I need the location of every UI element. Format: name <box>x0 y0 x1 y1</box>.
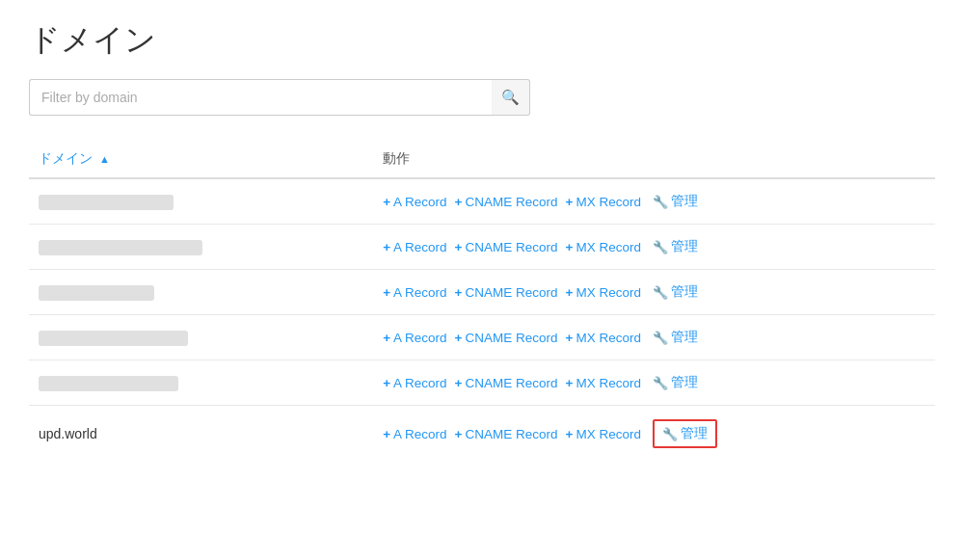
add-cname-record-link[interactable]: + CNAME Record <box>455 331 558 345</box>
plus-icon: + <box>455 195 463 209</box>
column-header-actions: 動作 <box>373 143 935 178</box>
add-mx-record-link[interactable]: + MX Record <box>566 195 641 209</box>
table-row: + A Record+ CNAME Record+ MX Record🔧 管理 <box>29 360 935 406</box>
plus-icon: + <box>566 240 574 254</box>
plus-icon: + <box>566 376 574 390</box>
manage-button[interactable]: 🔧 管理 <box>653 283 698 301</box>
table-row: + A Record+ CNAME Record+ MX Record🔧 管理 <box>29 270 935 315</box>
add-a-record-link[interactable]: + A Record <box>383 285 446 300</box>
add-mx-record-link[interactable]: + MX Record <box>566 427 641 441</box>
add-cname-record-link[interactable]: + CNAME Record <box>455 240 558 254</box>
page-title: ドメイン <box>29 19 935 62</box>
add-a-record-link[interactable]: + A Record <box>383 427 446 441</box>
add-cname-record-link[interactable]: + CNAME Record <box>455 427 558 441</box>
wrench-icon: 🔧 <box>653 240 668 254</box>
wrench-icon: 🔧 <box>662 427 678 441</box>
domain-cell <box>29 225 373 270</box>
add-a-record-link[interactable]: + A Record <box>383 331 446 345</box>
plus-icon: + <box>383 331 390 345</box>
search-bar: 🔍 <box>29 79 935 116</box>
search-button[interactable]: 🔍 <box>492 79 530 116</box>
actions-cell: + A Record+ CNAME Record+ MX Record🔧 管理 <box>373 270 935 315</box>
plus-icon: + <box>383 376 390 390</box>
domain-cell: upd.world <box>29 406 373 463</box>
sort-asc-icon: ▲ <box>99 153 110 165</box>
table-row: upd.world+ A Record+ CNAME Record+ MX Re… <box>29 406 935 463</box>
domain-cell <box>29 315 373 360</box>
plus-icon: + <box>455 331 463 345</box>
add-a-record-link[interactable]: + A Record <box>383 195 446 209</box>
add-mx-record-link[interactable]: + MX Record <box>566 240 641 254</box>
table-row: + A Record+ CNAME Record+ MX Record🔧 管理 <box>29 178 935 225</box>
manage-button[interactable]: 🔧 管理 <box>653 419 717 448</box>
manage-button[interactable]: 🔧 管理 <box>653 329 698 346</box>
add-cname-record-link[interactable]: + CNAME Record <box>455 376 558 390</box>
domain-placeholder <box>39 331 188 346</box>
wrench-icon: 🔧 <box>653 285 668 300</box>
plus-icon: + <box>455 285 463 300</box>
domain-name: upd.world <box>39 426 97 441</box>
plus-icon: + <box>566 285 574 300</box>
plus-icon: + <box>455 240 463 254</box>
add-mx-record-link[interactable]: + MX Record <box>566 285 641 300</box>
add-mx-record-link[interactable]: + MX Record <box>566 376 641 390</box>
plus-icon: + <box>383 240 390 254</box>
domain-placeholder <box>39 195 174 210</box>
wrench-icon: 🔧 <box>653 331 668 345</box>
plus-icon: + <box>455 376 463 390</box>
search-icon: 🔍 <box>501 89 520 106</box>
actions-cell: + A Record+ CNAME Record+ MX Record🔧 管理 <box>373 225 935 270</box>
plus-icon: + <box>566 427 574 441</box>
table-row: + A Record+ CNAME Record+ MX Record🔧 管理 <box>29 315 935 360</box>
domain-cell <box>29 178 373 225</box>
plus-icon: + <box>566 195 574 209</box>
column-header-domain[interactable]: ドメイン ▲ <box>29 143 373 178</box>
domain-table: ドメイン ▲ 動作 + A Record+ CNAME Record+ MX R… <box>29 143 935 462</box>
plus-icon: + <box>383 285 390 300</box>
domain-cell <box>29 360 373 406</box>
add-mx-record-link[interactable]: + MX Record <box>566 331 641 345</box>
add-a-record-link[interactable]: + A Record <box>383 240 446 254</box>
table-row: + A Record+ CNAME Record+ MX Record🔧 管理 <box>29 225 935 270</box>
actions-cell: + A Record+ CNAME Record+ MX Record🔧 管理 <box>373 178 935 225</box>
manage-button[interactable]: 🔧 管理 <box>653 193 698 210</box>
domain-cell <box>29 270 373 315</box>
add-cname-record-link[interactable]: + CNAME Record <box>455 285 558 300</box>
search-input[interactable] <box>29 79 492 116</box>
actions-cell: + A Record+ CNAME Record+ MX Record🔧 管理 <box>373 315 935 360</box>
add-cname-record-link[interactable]: + CNAME Record <box>455 195 558 209</box>
manage-button[interactable]: 🔧 管理 <box>653 374 698 391</box>
wrench-icon: 🔧 <box>653 376 668 390</box>
domain-placeholder <box>39 376 178 391</box>
manage-button[interactable]: 🔧 管理 <box>653 238 698 255</box>
plus-icon: + <box>383 195 390 209</box>
actions-cell: + A Record+ CNAME Record+ MX Record🔧 管理 <box>373 406 935 463</box>
wrench-icon: 🔧 <box>653 195 668 209</box>
domain-placeholder <box>39 285 154 301</box>
plus-icon: + <box>566 331 574 345</box>
add-a-record-link[interactable]: + A Record <box>383 376 446 390</box>
domain-placeholder <box>39 240 202 255</box>
plus-icon: + <box>455 427 463 441</box>
actions-cell: + A Record+ CNAME Record+ MX Record🔧 管理 <box>373 360 935 406</box>
plus-icon: + <box>383 427 390 441</box>
